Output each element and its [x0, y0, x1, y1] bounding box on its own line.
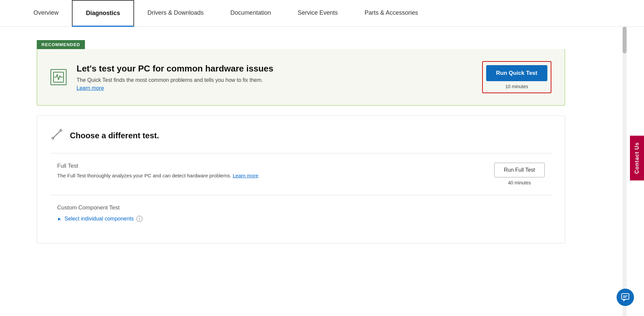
recommended-description: The Quick Test finds the most common pro… — [77, 77, 472, 83]
different-test-header: Choose a different test. — [50, 128, 551, 143]
full-test-row: Full Test The Full Test thoroughly analy… — [50, 153, 551, 195]
quick-test-time: 10 minutes — [505, 84, 528, 89]
recommended-section: RECOMMENDED Let's test your PC for commo… — [37, 40, 565, 106]
different-test-heading: Choose a different test. — [70, 131, 159, 140]
full-test-name: Full Test — [57, 163, 488, 169]
recommended-badge: RECOMMENDED — [37, 40, 85, 49]
run-quick-test-button[interactable]: Run Quick Test — [486, 65, 547, 81]
full-test-content: Full Test The Full Test thoroughly analy… — [57, 163, 488, 178]
run-quick-test-wrapper: Run Quick Test 10 minutes — [482, 61, 551, 93]
svg-point-4 — [60, 129, 62, 131]
svg-point-2 — [52, 137, 54, 139]
tools-icon — [50, 128, 63, 143]
contact-us-button[interactable]: Contact Us — [630, 136, 644, 180]
different-test-card: Choose a different test. Full Test The F… — [37, 116, 565, 244]
select-components-label: Select individual components — [65, 216, 134, 222]
nav-drivers-downloads[interactable]: Drivers & Downloads — [134, 0, 217, 27]
recommended-text-block: Let's test your PC for common hardware i… — [77, 63, 472, 91]
recommended-heading: Let's test your PC for common hardware i… — [77, 63, 472, 74]
custom-test-row: Custom Component Test ► Select individua… — [50, 195, 551, 231]
scrollbar-track[interactable] — [623, 27, 627, 316]
svg-rect-6 — [622, 294, 629, 299]
full-test-description: The Full Test thoroughly analyzes your P… — [57, 173, 488, 178]
nav-diagnostics[interactable]: Diagnostics — [72, 0, 134, 27]
chevron-right-icon: ► — [57, 216, 62, 221]
nav-service-events[interactable]: Service Events — [284, 0, 351, 27]
chat-button[interactable] — [617, 289, 634, 306]
svg-line-3 — [56, 131, 61, 135]
scrollbar-thumb[interactable] — [623, 27, 627, 53]
heartbeat-icon — [50, 69, 67, 85]
navigation: Overview Diagnostics Drivers & Downloads… — [0, 0, 644, 27]
run-full-test-button[interactable]: Run Full Test — [494, 163, 545, 177]
chat-icon — [621, 293, 630, 302]
recommended-card: Let's test your PC for common hardware i… — [37, 49, 565, 106]
select-components-link[interactable]: ► Select individual components i — [57, 216, 545, 222]
nav-parts-accessories[interactable]: Parts & Accessories — [351, 0, 431, 27]
full-test-time: 40 minutes — [508, 180, 531, 185]
full-test-action: Run Full Test 40 minutes — [494, 163, 545, 185]
nav-documentation[interactable]: Documentation — [217, 0, 284, 27]
recommended-learn-more-link[interactable]: Learn more — [77, 85, 104, 91]
full-test-learn-more-link[interactable]: Learn more — [233, 173, 258, 178]
info-icon[interactable]: i — [136, 216, 142, 222]
custom-test-name: Custom Component Test — [57, 204, 545, 211]
main-content: RECOMMENDED Let's test your PC for commo… — [0, 27, 602, 257]
nav-overview[interactable]: Overview — [20, 0, 72, 27]
